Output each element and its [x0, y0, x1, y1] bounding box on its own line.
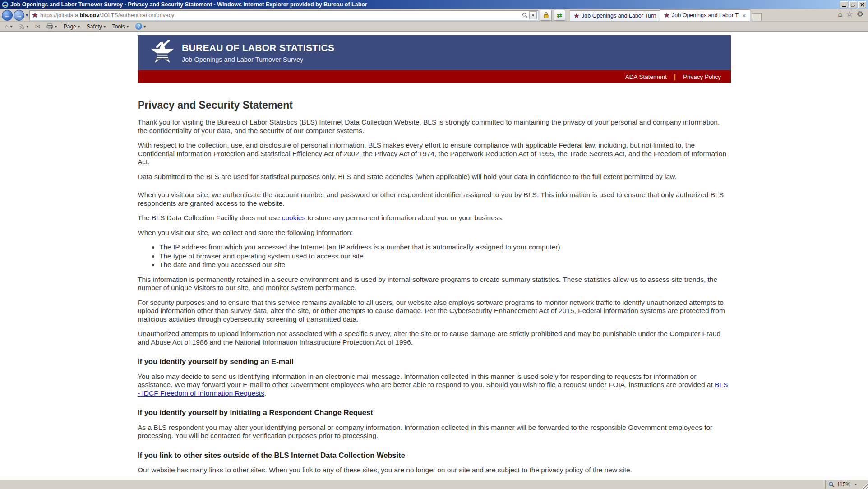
cookies-text-after: to store any permanent information about… — [305, 214, 503, 221]
back-arrow-icon: ← — [4, 12, 10, 19]
read-mail-button[interactable]: ✉ — [33, 23, 42, 30]
favorites-star-icon[interactable]: ☆ — [846, 10, 853, 18]
ada-statement-link[interactable]: ADA Statement — [625, 74, 667, 80]
resize-grip[interactable] — [861, 482, 868, 489]
list-item: The date and time you accessed our site — [159, 261, 731, 269]
collected-info-list: The IP address from which you accessed t… — [138, 243, 731, 269]
paragraph-intro: Thank you for visiting the Bureau of Lab… — [138, 118, 731, 135]
tab-close-icon[interactable]: × — [742, 12, 746, 19]
internet-explorer-icon — [2, 1, 9, 8]
minimize-icon — [842, 6, 846, 7]
window-title: Job Openings and Labor Turnover Survey -… — [10, 1, 837, 8]
nav-separator: | — [674, 73, 676, 80]
compatibility-arrows-icon: ⇄ — [557, 12, 562, 19]
feeds-menu-button[interactable] — [17, 23, 31, 30]
zoom-level-label: 115% — [837, 481, 850, 488]
search-dropdown-button[interactable]: ▾ — [529, 11, 537, 19]
paragraph-federal-law: With respect to the collection, use, and… — [138, 141, 731, 166]
email-text-after: . — [264, 389, 266, 397]
privacy-policy-link[interactable]: Privacy Policy — [683, 74, 721, 80]
url-text: https://joltsdata.bls.gov/JOLTS/authenti… — [40, 12, 521, 18]
paragraph-statistical-purposes: Data submitted to the BLS are used for s… — [138, 173, 731, 181]
window-controls — [840, 1, 866, 8]
close-icon — [860, 3, 864, 7]
forward-arrow-icon: → — [16, 12, 22, 19]
tab-favicon-star-icon — [664, 13, 669, 18]
quick-access-icons: ⌂ ☆ ⚙ — [838, 10, 863, 18]
home-icon: ⌂ — [5, 23, 9, 29]
zoom-magnifier-icon — [828, 481, 835, 488]
tab-favicon-star-icon — [574, 13, 579, 18]
chevron-down-icon — [78, 26, 80, 28]
tab-strip: Job Openings and Labor Turnov... Job Ope… — [570, 9, 762, 21]
bls-star-logo-icon — [150, 40, 175, 66]
home-menu-button[interactable]: ⌂ — [3, 23, 15, 30]
site-brand-title: BUREAU OF LABOR STATISTICS — [182, 42, 334, 53]
address-bar[interactable]: https://joltsdata.bls.gov/JOLTS/authenti… — [29, 10, 538, 20]
paragraph-external-links: Our website has many links to other site… — [138, 466, 731, 475]
chevron-down-icon — [143, 26, 146, 28]
paragraph-cookies: The BLS Data Collection Facility does no… — [138, 214, 731, 222]
site-subtitle: Job Openings and Labor Turnover Survey — [182, 56, 334, 63]
browser-window: Job Openings and Labor Turnover Survey -… — [0, 0, 868, 489]
tools-menu-button[interactable]: Tools — [110, 23, 131, 30]
paragraph-authentication: When you visit our site, we authenticate… — [138, 191, 731, 208]
security-lock-button[interactable] — [540, 10, 552, 21]
paragraph-unauthorized: Unauthorized attempts to upload informat… — [138, 330, 731, 346]
url-domain: bls.gov — [80, 12, 100, 18]
forward-button[interactable]: → — [14, 10, 24, 21]
tab-jolts-active[interactable]: Job Openings and Labor Tur... × — [660, 9, 750, 21]
privacy-statement-article: Privacy and Security Statement Thank you… — [138, 83, 731, 475]
cookies-text-before: The BLS Data Collection Facility does no… — [138, 214, 282, 221]
gear-icon[interactable]: ⚙ — [857, 10, 863, 18]
url-path: /JOLTS/authentication/privacy — [99, 12, 174, 18]
recent-pages-dropdown[interactable]: ▾ — [24, 13, 29, 18]
list-item: The type of browser and operating system… — [159, 252, 731, 261]
chevron-down-icon — [126, 26, 129, 28]
chevron-down-icon — [103, 26, 106, 28]
page-viewport: BUREAU OF LABOR STATISTICS Job Openings … — [0, 32, 868, 479]
section-heading-external-links: If you link to other sites outside of th… — [138, 451, 731, 460]
help-menu-button[interactable]: ? — [133, 23, 148, 30]
tab-label: Job Openings and Labor Turnov... — [582, 13, 656, 19]
home-icon[interactable]: ⌂ — [838, 10, 842, 18]
printer-icon — [46, 23, 53, 29]
cookies-link[interactable]: cookies — [282, 214, 306, 221]
restore-icon — [851, 3, 855, 7]
command-bar: ⌂ ✉ Page Safety Tools ? — [0, 22, 868, 32]
lock-icon — [543, 12, 549, 18]
rss-icon — [19, 23, 25, 29]
mail-icon: ✉ — [35, 23, 40, 29]
chevron-down-icon — [26, 26, 29, 28]
help-icon: ? — [135, 23, 142, 30]
minimize-button[interactable] — [840, 1, 848, 8]
utility-nav-bar: ADA Statement | Privacy Policy — [138, 70, 731, 83]
email-text-before: You also may decide to send us identifyi… — [138, 373, 715, 389]
status-bar: 115% — [0, 479, 868, 489]
tools-menu-label: Tools — [112, 23, 125, 30]
page-menu-label: Page — [64, 23, 76, 30]
tab-label: Job Openings and Labor Tur... — [672, 12, 739, 18]
url-scheme: https://joltsdata. — [40, 12, 80, 18]
back-button[interactable]: ← — [2, 10, 13, 21]
section-heading-email: If you identify yourself by sending an E… — [138, 357, 731, 366]
paragraph-collect-info: When you visit our site, we collect and … — [138, 229, 731, 237]
zoom-control[interactable]: 115% — [825, 480, 860, 489]
window-titlebar: Job Openings and Labor Turnover Survey -… — [0, 0, 868, 9]
safety-menu-button[interactable]: Safety — [84, 23, 108, 30]
paragraph-change-request: As a BLS respondent you may alter your i… — [138, 424, 731, 440]
paragraph-security-monitoring: For security purposes and to ensure that… — [138, 299, 731, 324]
compatibility-view-button[interactable]: ⇄ — [554, 10, 565, 21]
site-favicon-star-icon — [32, 12, 38, 18]
new-tab-button[interactable] — [752, 13, 762, 21]
print-menu-button[interactable] — [44, 23, 60, 30]
close-button[interactable] — [858, 1, 866, 8]
page-menu-button[interactable]: Page — [61, 23, 83, 30]
tab-jolts-inactive[interactable]: Job Openings and Labor Turnov... — [570, 10, 660, 21]
chevron-down-icon — [854, 484, 857, 485]
paragraph-email: You also may decide to send us identifyi… — [138, 373, 731, 398]
restore-button[interactable] — [849, 1, 857, 8]
page-title: Privacy and Security Statement — [138, 99, 731, 111]
search-icon[interactable] — [521, 11, 529, 19]
chevron-down-icon — [10, 26, 13, 28]
